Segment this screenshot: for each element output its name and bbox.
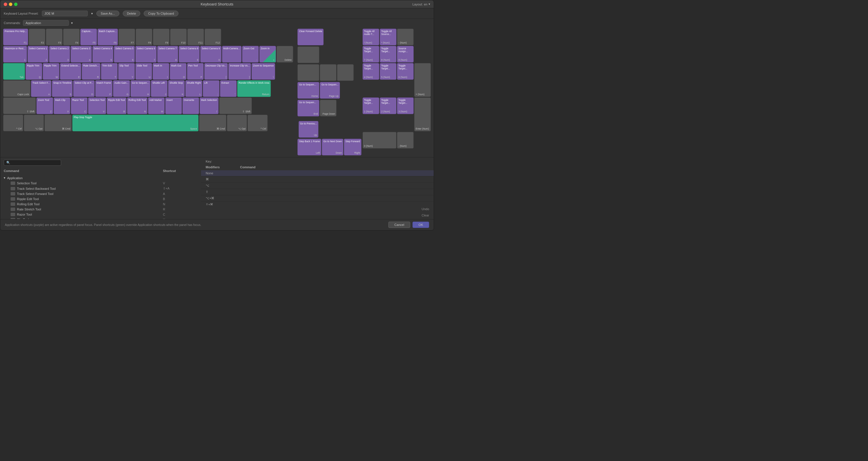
numpad-5[interactable]: Toggle Target...5 (Num) xyxy=(380,63,396,80)
preset-select[interactable]: JOE M xyxy=(42,11,88,17)
key-rbracket[interactable]: Increase Clip Vo...] xyxy=(228,63,251,80)
cmd-track-select-backward[interactable]: Track Select Backward Tool ⇧+A xyxy=(0,186,201,191)
cmd-rolling-edit[interactable]: Rolling Edit Tool N xyxy=(0,202,201,207)
key-delete-backspace[interactable]: Delete xyxy=(277,46,293,63)
cmd-ripple-edit[interactable]: Ripple Edit Tool B xyxy=(0,196,201,202)
key-f11[interactable]: F11 xyxy=(187,29,204,45)
key-nav-blank3[interactable] xyxy=(320,64,337,81)
key-y[interactable]: Slip ToolY xyxy=(118,63,135,80)
key-j[interactable]: Shuttle LeftJ xyxy=(151,80,167,97)
numpad-enter[interactable]: Enter (Num) xyxy=(414,97,431,131)
key-f9[interactable]: F9 xyxy=(153,29,169,45)
maximize-button[interactable] xyxy=(14,3,18,6)
key-return[interactable]: Render Effects in Work AreaReturn xyxy=(237,80,271,97)
key-multi[interactable]: Multi-Camera... xyxy=(222,46,242,63)
search-input-wrap[interactable]: 🔍 xyxy=(4,160,61,166)
key-f2[interactable]: F2 xyxy=(29,29,45,45)
key-8[interactable]: Select Camera 78 xyxy=(157,46,178,63)
key-d[interactable]: Select Clip at P...D xyxy=(73,80,94,97)
key-minus[interactable]: Zoom Out- xyxy=(242,46,259,63)
cmd-track-select-forward[interactable]: Track Select Forward Tool A xyxy=(0,191,201,196)
key-0[interactable]: Select Camera 90 xyxy=(200,46,221,63)
key-2[interactable]: Select Camera 12 xyxy=(28,46,49,63)
key-f4[interactable]: F4 xyxy=(63,29,80,45)
key-semicolon[interactable]: Lift; xyxy=(203,80,219,97)
numpad-8[interactable]: Toggle Target...8 (Num) xyxy=(380,46,396,63)
numpad-slash[interactable]: Toggle All Audio T.../ (Num) xyxy=(363,29,379,45)
key-opt-right[interactable]: ⌥ Opt xyxy=(227,115,247,131)
key-ctrl-right[interactable]: ^ Ctrl xyxy=(248,115,268,131)
cmd-slip[interactable]: Slip Tool Y xyxy=(0,217,201,219)
numpad-2[interactable]: Toggle Target...2 (Num) xyxy=(380,97,396,114)
key-f1[interactable]: Premiere Pro Help... F1 xyxy=(3,29,28,45)
key-up[interactable]: Go to Previou...Up xyxy=(299,121,318,138)
numpad-4[interactable]: Toggle Target...4 (Num) xyxy=(363,63,379,80)
key-f3[interactable]: F3 xyxy=(46,29,63,45)
numpad-7[interactable]: Toggle Target...7 (Num) xyxy=(363,46,379,63)
cmd-rate-stretch[interactable]: Rate Stretch Tool R xyxy=(0,207,201,212)
key-b[interactable]: Ripple Edit ToolB xyxy=(107,97,126,114)
key-9[interactable]: Select Camera 89 xyxy=(179,46,199,63)
mod-row-shift-cmd[interactable]: ⇧+⌘ xyxy=(201,202,434,205)
numpad-1[interactable]: Toggle Target...1 (Num) xyxy=(363,97,379,114)
key-n[interactable]: Rolling Edit ToolN xyxy=(127,97,148,114)
key-comma[interactable]: Insert, xyxy=(165,97,182,114)
key-f10[interactable]: F10 xyxy=(170,29,187,45)
key-pageup[interactable]: Go to Sequen...Page Up xyxy=(320,82,340,99)
key-e[interactable]: Extend Selecte...E xyxy=(60,63,81,80)
mod-row-none[interactable]: None xyxy=(201,170,434,176)
key-slash[interactable]: Mark Selection/ xyxy=(199,97,219,114)
key-x[interactable]: Mark ClipX xyxy=(54,97,70,114)
undo-button[interactable]: Undo xyxy=(420,206,431,211)
key-right[interactable]: Step ForwardRight xyxy=(344,139,362,155)
key-o[interactable]: Mark OutO xyxy=(170,63,186,80)
numpad-minus[interactable]: - (Num) xyxy=(397,29,414,45)
numpad-dot[interactable]: . (Num) xyxy=(397,132,414,149)
key-f12[interactable]: F12 xyxy=(205,29,221,45)
delete-button[interactable]: Delete xyxy=(123,11,141,17)
key-f7[interactable]: F7 xyxy=(119,29,135,45)
key-6[interactable]: Select Camera 56 xyxy=(114,46,135,63)
key-shift-right[interactable]: ⇧ Shift xyxy=(219,97,252,114)
key-nav-blank1[interactable] xyxy=(298,46,319,63)
key-period[interactable]: Overwrite. xyxy=(182,97,199,114)
key-ctrl-left[interactable]: ^ Ctrl xyxy=(3,115,23,131)
cancel-button[interactable]: Cancel xyxy=(389,222,410,228)
key-end[interactable]: Go to Sequen...End xyxy=(298,100,319,117)
key-lbracket[interactable]: Decrease Clip Vo...[ xyxy=(204,63,228,80)
key-home[interactable]: Go to Sequen...Home xyxy=(298,82,319,99)
key-3[interactable]: Select Camera 23 xyxy=(49,46,70,63)
key-f[interactable]: Match FrameF xyxy=(95,80,113,97)
key-shift-left[interactable]: ⇧ Shift xyxy=(3,97,36,114)
numpad-0[interactable]: 0 (Num) xyxy=(363,132,396,149)
key-7[interactable]: Select Camera 67 xyxy=(135,46,156,63)
search-input[interactable] xyxy=(11,161,59,165)
mod-row-opt[interactable]: ⌥ xyxy=(201,183,434,189)
copy-to-clipboard-button[interactable]: Copy To Clipboard xyxy=(144,11,178,17)
commands-select[interactable]: Application xyxy=(23,20,69,26)
key-equals[interactable]: Zoom In= xyxy=(259,46,276,63)
clear-button[interactable]: Clear xyxy=(420,213,431,218)
key-h[interactable]: Go to Sequen...H xyxy=(130,80,151,97)
key-backslash[interactable]: Zoom to Sequence\ xyxy=(252,63,275,80)
key-clear-fwd-del[interactable]: Clear Forward Delete xyxy=(298,29,323,45)
cmd-selection-tool[interactable]: Selection Tool V xyxy=(0,180,201,186)
key-c[interactable]: Razor ToolC xyxy=(71,97,88,114)
key-1[interactable]: Maximize or Rest...1 xyxy=(3,46,27,63)
key-i[interactable]: Mark InI xyxy=(153,63,169,80)
key-5[interactable]: Select Camera 45 xyxy=(92,46,113,63)
numpad-3[interactable]: Toggle Target...3 (Num) xyxy=(397,97,414,114)
key-u[interactable]: Slide ToolU xyxy=(135,63,152,80)
numpad-star[interactable]: Toggle All Source...* (Num) xyxy=(380,29,396,45)
key-k[interactable]: Shuttle StopK xyxy=(168,80,185,97)
key-opt-left[interactable]: ⌥ Opt xyxy=(24,115,44,131)
key-f8[interactable]: F8 xyxy=(136,29,152,45)
numpad-plus[interactable]: + (Num) xyxy=(414,63,431,97)
key-a[interactable]: Track Select F...A xyxy=(31,80,51,97)
key-w[interactable]: Ripple TrimW xyxy=(43,63,59,80)
mod-row-shift[interactable]: ⇧ xyxy=(201,189,434,195)
key-g[interactable]: Audio Gain...G xyxy=(113,80,130,97)
ok-button[interactable]: OK xyxy=(412,222,429,228)
save-as-button[interactable]: Save As... xyxy=(96,11,119,17)
key-r[interactable]: Rate Stretch...R xyxy=(82,63,100,80)
